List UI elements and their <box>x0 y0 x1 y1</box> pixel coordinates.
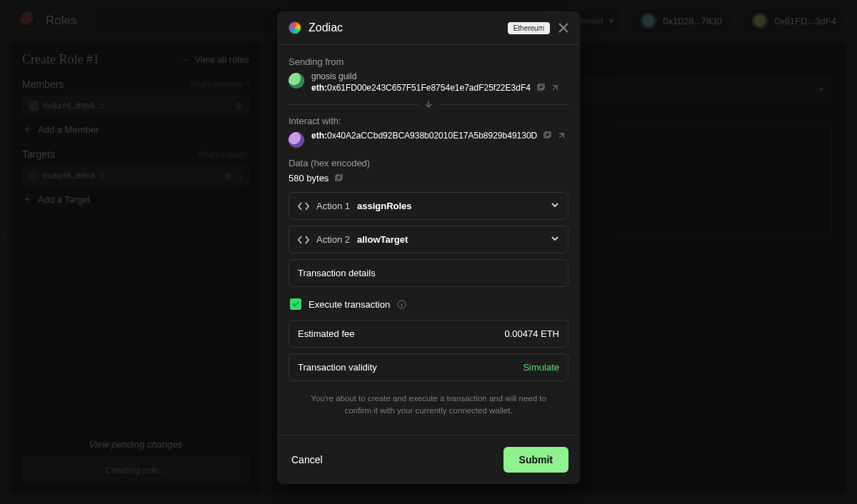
fee-value: 0.00474 ETH <box>504 328 559 339</box>
from-address: 0x61FD00e243C657F51Fe8754e1e7adF25f22E3d… <box>327 83 531 93</box>
simulate-button[interactable]: Simulate <box>523 362 559 373</box>
transaction-validity-row: Transaction validity Simulate <box>289 353 568 381</box>
to-address: 0x40A2aCCbd92BCA938b02010E17A5b8929b4913… <box>327 131 537 141</box>
action-number: Action 2 <box>316 234 350 245</box>
transaction-dialog: Zodiac Ethereum Sending from gnosis guil… <box>277 11 580 484</box>
transaction-details-label: Transaction details <box>298 268 376 278</box>
interact-with-label: Interact with: <box>289 116 568 126</box>
copy-icon[interactable] <box>334 174 343 183</box>
data-bytes-row: 580 bytes <box>289 173 568 183</box>
zodiac-logo-icon <box>289 21 301 34</box>
close-icon[interactable] <box>558 23 568 33</box>
from-avatar-icon <box>289 73 304 89</box>
dialog-body: Sending from gnosis guild eth:0x61FD00e2… <box>277 45 580 435</box>
copy-icon[interactable] <box>543 131 551 140</box>
dialog-footer: Cancel Submit <box>277 435 580 484</box>
sending-from-label: Sending from <box>289 56 568 67</box>
svg-rect-3 <box>546 131 551 136</box>
network-badge: Ethereum <box>508 22 550 34</box>
action-row-1[interactable]: Action 1 assignRoles <box>289 192 568 220</box>
svg-rect-1 <box>539 84 544 89</box>
copy-icon[interactable] <box>536 84 545 92</box>
disclaimer-text: You're about to create and execute a tra… <box>289 387 568 429</box>
chevron-down-icon <box>551 234 559 245</box>
code-icon <box>298 201 309 211</box>
chevron-down-icon <box>551 201 559 211</box>
flow-arrow <box>289 100 568 109</box>
dialog-header: Zodiac Ethereum <box>277 11 580 44</box>
code-icon <box>298 235 309 245</box>
to-address-block: eth:0x40A2aCCbd92BCA938b02010E17A5b8929b… <box>289 131 568 148</box>
estimated-fee-row: Estimated fee 0.00474 ETH <box>289 320 568 348</box>
svg-rect-0 <box>538 85 543 90</box>
execute-transaction-row: Execute transaction <box>289 293 568 320</box>
svg-rect-4 <box>336 176 341 181</box>
to-prefix: eth: <box>311 131 327 141</box>
action-function: assignRoles <box>357 201 412 211</box>
execute-label: Execute transaction <box>309 299 390 310</box>
svg-rect-2 <box>544 133 549 138</box>
modal-overlay: Zodiac Ethereum Sending from gnosis guil… <box>0 0 857 504</box>
external-link-icon[interactable] <box>557 131 566 140</box>
action-row-2[interactable]: Action 2 allowTarget <box>289 226 568 253</box>
info-icon[interactable] <box>397 300 406 309</box>
dialog-title: Zodiac <box>309 21 343 34</box>
action-function: allowTarget <box>357 234 408 245</box>
svg-rect-5 <box>337 174 342 179</box>
to-avatar-icon <box>289 132 304 148</box>
arrow-down-icon <box>424 100 433 109</box>
external-link-icon[interactable] <box>551 84 559 92</box>
execute-checkbox[interactable] <box>290 298 301 310</box>
fee-label: Estimated fee <box>298 328 355 339</box>
cancel-button[interactable]: Cancel <box>289 448 326 471</box>
from-prefix: eth: <box>311 83 327 93</box>
action-number: Action 1 <box>316 201 350 211</box>
transaction-details-row[interactable]: Transaction details <box>289 259 568 287</box>
data-bytes: 580 bytes <box>289 173 329 183</box>
data-label: Data (hex encoded) <box>289 158 568 168</box>
from-name: gnosis guild <box>311 71 568 81</box>
validity-label: Transaction validity <box>298 362 377 373</box>
from-address-block: gnosis guild eth:0x61FD00e243C657F51Fe87… <box>289 71 568 93</box>
submit-button[interactable]: Submit <box>503 447 568 473</box>
